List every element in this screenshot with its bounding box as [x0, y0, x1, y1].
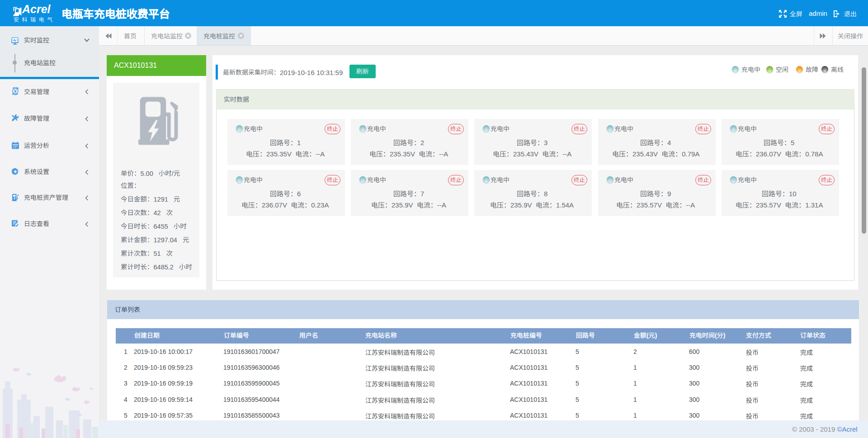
- svg-text:6: 6: [297, 190, 301, 198]
- svg-text:(: (: [715, 332, 717, 339]
- svg-text:235.43V: 235.43V: [632, 150, 658, 158]
- svg-text:51: 51: [154, 250, 161, 257]
- svg-text:236.07V: 236.07V: [262, 201, 287, 209]
- svg-text:236.07V: 236.07V: [756, 150, 781, 158]
- svg-text:5: 5: [791, 139, 794, 146]
- svg-text:--A: --A: [562, 150, 571, 158]
- svg-text:): ): [655, 332, 657, 339]
- svg-text:10: 10: [789, 190, 797, 198]
- svg-text:3: 3: [544, 139, 547, 146]
- svg-text:1.31A: 1.31A: [805, 201, 823, 209]
- svg-text:4: 4: [667, 139, 671, 146]
- svg-text:235.43V: 235.43V: [513, 150, 538, 158]
- svg-text:1291: 1291: [154, 195, 168, 203]
- svg-text:9: 9: [667, 190, 671, 198]
- svg-text:(: (: [646, 332, 649, 339]
- svg-text:--A: --A: [439, 150, 448, 158]
- svg-text:1297.04: 1297.04: [154, 236, 177, 243]
- svg-text:0.79A: 0.79A: [682, 150, 699, 158]
- svg-text:5.00: 5.00: [141, 170, 153, 177]
- svg-text:0.78A: 0.78A: [805, 150, 823, 158]
- svg-text:--A: --A: [686, 201, 695, 209]
- svg-text:235.57V: 235.57V: [756, 201, 781, 209]
- svg-text:8: 8: [544, 190, 547, 198]
- svg-text:6455: 6455: [154, 222, 168, 230]
- svg-text:1: 1: [297, 139, 301, 146]
- svg-text:0.23A: 0.23A: [311, 201, 329, 209]
- svg-text:7: 7: [420, 190, 424, 198]
- svg-text:): ): [723, 332, 726, 339]
- svg-text:--A: --A: [437, 201, 446, 209]
- svg-text:235.9V: 235.9V: [392, 201, 413, 209]
- svg-text:235.35V: 235.35V: [266, 150, 292, 158]
- svg-text:235.35V: 235.35V: [390, 150, 415, 158]
- svg-text:235.9V: 235.9V: [510, 201, 532, 209]
- svg-text:235.57V: 235.57V: [637, 201, 662, 209]
- svg-text:42: 42: [154, 209, 161, 216]
- svg-text:/: /: [172, 170, 174, 177]
- svg-text:--A: --A: [316, 150, 325, 158]
- svg-text:6485.2: 6485.2: [154, 263, 174, 270]
- svg-text:1.54A: 1.54A: [556, 201, 574, 209]
- svg-text:2: 2: [420, 139, 424, 146]
